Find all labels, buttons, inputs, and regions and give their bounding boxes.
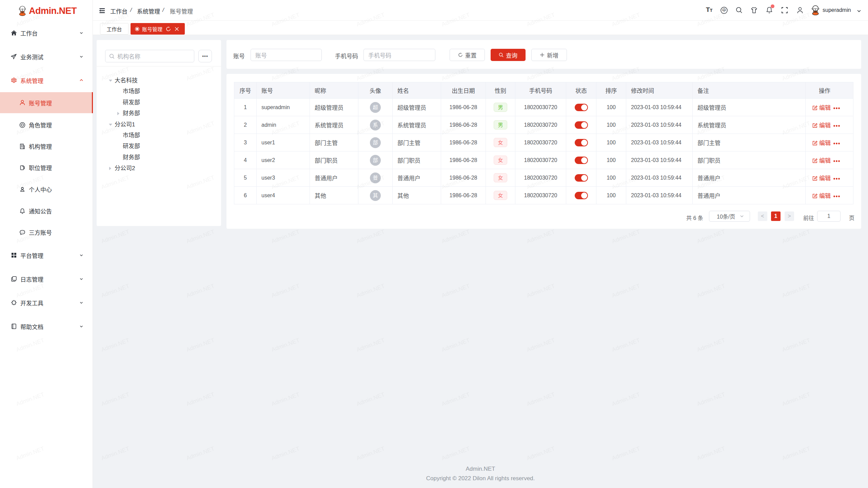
svg-text:中: 中	[722, 8, 726, 13]
